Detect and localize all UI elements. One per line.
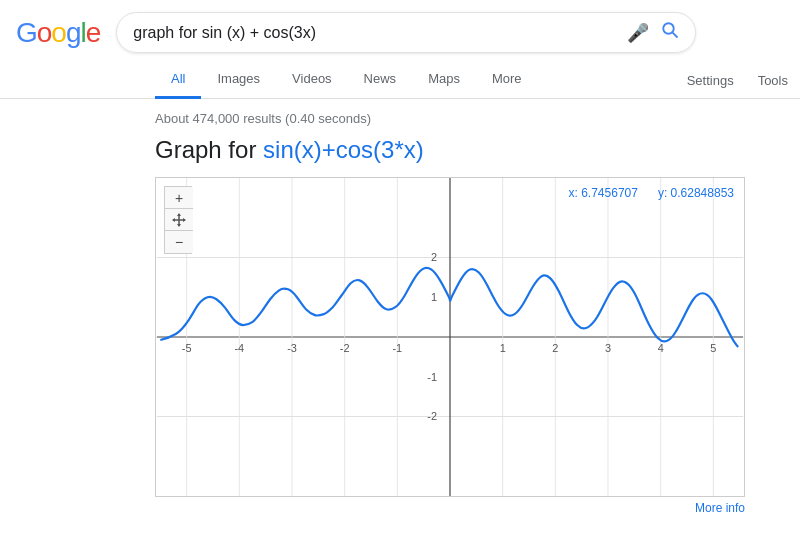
graph-title: Graph for sin(x)+cos(3*x) xyxy=(155,134,760,165)
search-bar[interactable]: 🎤 xyxy=(116,12,696,53)
graph-coords: x: 6.7456707 y: 0.62848853 xyxy=(569,186,734,200)
svg-text:4: 4 xyxy=(658,342,664,354)
svg-text:1: 1 xyxy=(500,342,506,354)
graph-section: Graph for sin(x)+cos(3*x) x: 6.7456707 y… xyxy=(0,134,760,519)
svg-text:3: 3 xyxy=(605,342,611,354)
svg-marker-6 xyxy=(172,218,175,222)
microphone-icon[interactable]: 🎤 xyxy=(627,22,649,44)
coord-x: x: 6.7456707 xyxy=(569,186,638,200)
svg-text:-2: -2 xyxy=(427,411,437,423)
search-icons: 🎤 xyxy=(627,21,679,44)
svg-line-1 xyxy=(673,33,678,38)
tab-tools[interactable]: Tools xyxy=(746,63,800,98)
zoom-in-button[interactable]: + xyxy=(165,187,193,209)
graph-container[interactable]: x: 6.7456707 y: 0.62848853 + − xyxy=(155,177,745,497)
svg-text:-2: -2 xyxy=(340,342,350,354)
graph-svg: -5 -4 -3 -2 -1 1 2 3 4 5 2 1 -1 -2 xyxy=(156,178,744,496)
svg-text:5: 5 xyxy=(710,342,716,354)
tab-maps[interactable]: Maps xyxy=(412,61,476,99)
svg-text:-3: -3 xyxy=(287,342,297,354)
tab-all[interactable]: All xyxy=(155,61,201,99)
zoom-out-button[interactable]: − xyxy=(165,231,193,253)
svg-text:1: 1 xyxy=(431,291,437,303)
coord-y: y: 0.62848853 xyxy=(658,186,734,200)
svg-text:-1: -1 xyxy=(427,371,437,383)
pan-button[interactable] xyxy=(165,209,193,231)
graph-controls[interactable]: + − xyxy=(164,186,192,254)
tab-images[interactable]: Images xyxy=(201,61,276,99)
tab-news[interactable]: News xyxy=(348,61,413,99)
svg-marker-5 xyxy=(177,224,181,227)
tab-more[interactable]: More xyxy=(476,61,538,99)
svg-point-0 xyxy=(664,23,675,34)
tab-videos[interactable]: Videos xyxy=(276,61,348,99)
header: Google 🎤 xyxy=(0,0,800,53)
more-info-link[interactable]: More info xyxy=(155,497,745,519)
svg-text:-1: -1 xyxy=(392,342,402,354)
svg-text:2: 2 xyxy=(552,342,558,354)
results-info: About 474,000 results (0.40 seconds) xyxy=(0,99,800,134)
search-input[interactable] xyxy=(133,24,617,42)
tab-settings[interactable]: Settings xyxy=(675,63,746,98)
nav-tabs-right: Settings Tools xyxy=(675,63,800,97)
svg-marker-4 xyxy=(177,213,181,216)
google-logo: Google xyxy=(16,17,100,49)
svg-text:-4: -4 xyxy=(234,342,244,354)
graph-title-prefix: Graph for xyxy=(155,136,263,163)
nav-tabs: All Images Videos News Maps More Setting… xyxy=(0,61,800,99)
search-button-icon[interactable] xyxy=(661,21,679,44)
formula-link[interactable]: sin(x)+cos(3*x) xyxy=(263,136,424,163)
svg-text:-5: -5 xyxy=(182,342,192,354)
svg-marker-7 xyxy=(183,218,186,222)
svg-text:2: 2 xyxy=(431,252,437,264)
